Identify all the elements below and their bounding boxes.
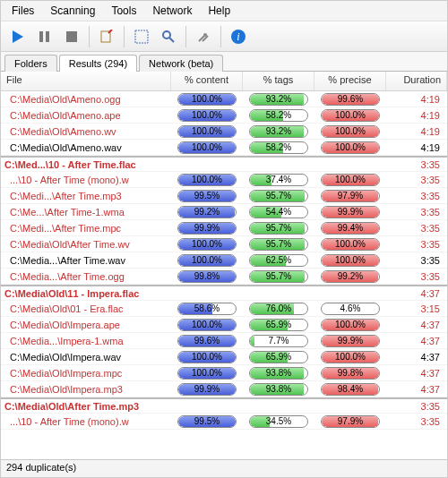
cell-content: 100.0% xyxy=(171,367,243,380)
settings-button[interactable] xyxy=(192,25,215,48)
percent-bar: 100.0% xyxy=(321,254,380,267)
cell-duration: 4:37 xyxy=(386,384,447,395)
percent-bar: 100.0% xyxy=(321,174,380,186)
table-row[interactable]: C:\Media...\After Time.wav100.0%62.5%100… xyxy=(1,252,447,269)
cell-tags: 93.2% xyxy=(243,93,314,106)
svg-marker-0 xyxy=(13,30,23,43)
cell-duration: 3:35 xyxy=(386,191,447,201)
percent-bar: 7.7% xyxy=(249,335,308,347)
percent-bar: 97.9% xyxy=(321,190,380,202)
percent-bar: 99.8% xyxy=(321,367,380,380)
svg-rect-1 xyxy=(39,31,43,42)
table-row[interactable]: C:\Med...\10 - After Time.flac3:35 xyxy=(1,156,447,172)
cell-content: 58.6% xyxy=(171,303,243,315)
percent-bar: 100.0% xyxy=(177,238,237,251)
percent-bar: 99.6% xyxy=(321,93,380,106)
column-file[interactable]: File xyxy=(1,72,171,90)
search-button[interactable] xyxy=(157,25,180,48)
column-precise[interactable]: % precise xyxy=(314,72,386,90)
select-button[interactable] xyxy=(130,25,153,48)
percent-bar: 65.9% xyxy=(249,351,308,363)
cell-file: C:\Media\Old\Ameno.ogg xyxy=(1,94,171,105)
table-row[interactable]: C:\Media\Old\Impera.mpc100.0%93.8%99.8%4… xyxy=(1,365,447,381)
table-row[interactable]: C:\Media\Old\After Time.wv100.0%95.7%100… xyxy=(1,236,447,252)
percent-bar: 58.2% xyxy=(249,141,308,154)
cell-tags: 7.7% xyxy=(243,335,314,347)
info-button[interactable]: i xyxy=(227,25,250,48)
table-row[interactable]: C:\Media\Old\Impera.mp399.9%93.8%98.4%4:… xyxy=(1,381,447,397)
table-row[interactable]: C:\Media\Old\Impera.ape100.0%65.9%100.0%… xyxy=(1,317,447,333)
menu-item-files[interactable]: Files xyxy=(4,3,41,19)
percent-bar: 98.4% xyxy=(321,383,380,396)
column-content[interactable]: % content xyxy=(171,72,243,90)
cell-file: C:\Media\Old\Impera.wav xyxy=(1,352,171,363)
column-tags[interactable]: % tags xyxy=(243,72,314,90)
cell-content: 100.0% xyxy=(171,351,243,363)
table-row[interactable]: C:\Media\Old\11 - Impera.flac4:37 xyxy=(1,285,447,301)
table-row[interactable]: C:\Medi...\After Time.mp399.5%95.7%97.9%… xyxy=(1,188,447,204)
percent-bar: 100.0% xyxy=(321,238,380,251)
cell-file: C:\Med...\10 - After Time.flac xyxy=(1,159,171,170)
cell-precise: 4.6% xyxy=(314,303,386,315)
menu-item-network[interactable]: Network xyxy=(145,3,199,19)
status-text: 294 duplicate(s) xyxy=(6,462,76,473)
svg-rect-3 xyxy=(66,31,77,42)
cell-duration: 3:35 xyxy=(386,271,447,282)
table-row[interactable]: C:\Medi...\After Time.mpc99.9%95.7%99.4%… xyxy=(1,220,447,236)
svg-point-7 xyxy=(163,31,170,38)
cell-tags: 62.5% xyxy=(243,254,314,267)
table-row[interactable]: C:\Media...\Impera-1.wma99.6%7.7%99.9%4:… xyxy=(1,333,447,349)
table-row[interactable]: ...\10 - After Time (mono).w99.5%34.5%97… xyxy=(1,414,447,430)
cell-precise: 97.9% xyxy=(314,190,386,202)
svg-line-5 xyxy=(108,30,112,33)
percent-bar: 100.0% xyxy=(321,319,380,331)
play-button[interactable] xyxy=(6,25,30,48)
cell-duration: 4:19 xyxy=(386,94,447,105)
cell-content: 100.0% xyxy=(171,125,243,138)
edit-button[interactable] xyxy=(95,25,118,48)
percent-bar: 65.9% xyxy=(249,319,308,331)
cell-duration: 4:37 xyxy=(386,288,447,299)
cell-content: 99.9% xyxy=(171,383,243,396)
cell-tags: 58.2% xyxy=(243,109,314,122)
tab-bar: FoldersResults (294)Network (beta) xyxy=(1,52,447,72)
table-row[interactable]: C:\Media\Old\After Time.mp33:35 xyxy=(1,397,447,414)
cell-file: C:\Medi...\After Time.mp3 xyxy=(1,191,171,201)
svg-line-8 xyxy=(169,38,174,42)
stop-button[interactable] xyxy=(60,25,83,48)
cell-duration: 3:35 xyxy=(386,255,447,266)
tab-0[interactable]: Folders xyxy=(4,55,57,72)
table-row[interactable]: C:\Media\Old\Impera.wav100.0%65.9%100.0%… xyxy=(1,349,447,365)
percent-bar: 93.2% xyxy=(249,125,308,138)
cell-file: C:\Media\Old\Ameno.wav xyxy=(1,142,171,153)
table-row[interactable]: ...\10 - After Time (mono).w100.0%37.4%1… xyxy=(1,172,447,188)
cell-duration: 3:35 xyxy=(386,239,447,250)
menu-item-tools[interactable]: Tools xyxy=(104,3,143,19)
column-duration[interactable]: Duration xyxy=(386,72,447,90)
table-row[interactable]: C:\Media\Old\Ameno.ogg100.0%93.2%99.6%4:… xyxy=(1,91,447,107)
cell-duration: 3:35 xyxy=(386,416,447,427)
cell-duration: 4:19 xyxy=(386,126,447,137)
cell-file: ...\10 - After Time (mono).w xyxy=(1,175,171,185)
cell-precise: 100.0% xyxy=(314,174,386,186)
toolbar-separator xyxy=(89,26,90,47)
percent-bar: 99.6% xyxy=(177,335,237,347)
cell-precise: 100.0% xyxy=(314,254,386,267)
cell-tags: 95.7% xyxy=(243,222,314,235)
table-row[interactable]: C:\Media\Old\01 - Era.flac58.6%76.0%4.6%… xyxy=(1,301,447,317)
table-row[interactable]: C:\Me...\After Time-1.wma99.2%54.4%99.9%… xyxy=(1,204,447,220)
percent-bar: 100.0% xyxy=(321,141,380,154)
tab-1[interactable]: Results (294) xyxy=(59,55,137,72)
menu-item-help[interactable]: Help xyxy=(201,3,237,19)
table-row[interactable]: C:\Media\Old\Ameno.ape100.0%58.2%100.0%4… xyxy=(1,107,447,124)
table-row[interactable]: C:\Media...\After Time.ogg99.8%95.7%99.2… xyxy=(1,269,447,285)
tab-2[interactable]: Network (beta) xyxy=(139,55,223,72)
menu-item-scanning[interactable]: Scanning xyxy=(43,3,102,19)
percent-bar: 62.5% xyxy=(249,254,308,267)
cell-file: C:\Media\Old\Impera.mpc xyxy=(1,368,171,379)
percent-bar: 58.6% xyxy=(177,303,237,315)
cell-tags: 93.8% xyxy=(243,383,314,396)
table-row[interactable]: C:\Media\Old\Ameno.wv100.0%93.2%100.0%4:… xyxy=(1,124,447,140)
pause-button[interactable] xyxy=(33,25,56,48)
table-row[interactable]: C:\Media\Old\Ameno.wav100.0%58.2%100.0%4… xyxy=(1,140,447,156)
